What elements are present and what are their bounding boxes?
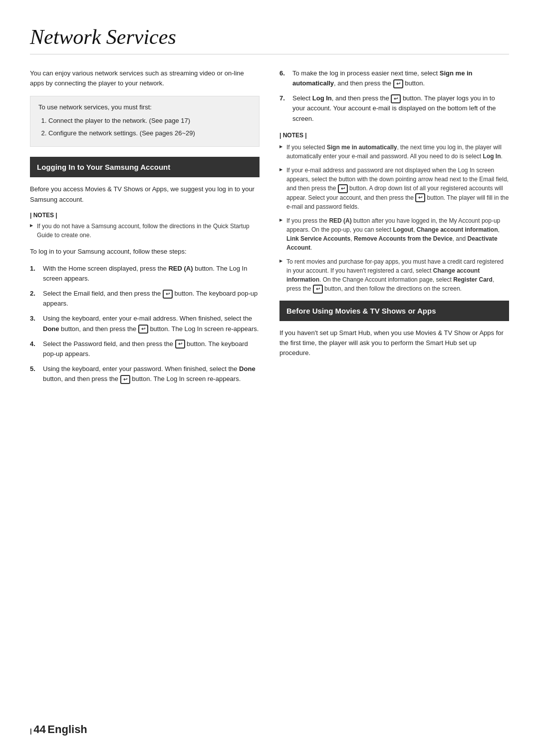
gray-box-heading: To use network services, you must first: [38,102,251,113]
prerequisite-list: Connect the player to the network. (See … [48,116,251,139]
list-item: Configure the network settings. (See pag… [48,128,251,139]
section1-header: Logging In to Your Samsung Account [30,157,260,177]
prerequisite-box: To use network services, you must first:… [30,96,260,147]
notes-label: | NOTES | [279,131,509,140]
notes-label: | NOTES | [30,212,260,219]
notes-list: If you selected Sign me in automatically… [279,143,509,294]
step-number: 4. [30,339,39,359]
notes-block-right: | NOTES | If you selected Sign me in aut… [279,131,509,294]
two-column-layout: You can enjoy various network services s… [30,68,509,391]
right-column: 6. To make the log in process easier nex… [279,68,509,391]
step-number: 7. [279,93,288,123]
notes-list: If you do not have a Samsung account, fo… [30,222,260,240]
step-text: With the Home screen displayed, press th… [43,264,260,284]
enter-button-icon [138,325,148,334]
login-steps-continued: 6. To make the log in process easier nex… [279,68,509,124]
notes-block-left: | NOTES | If you do not have a Samsung a… [30,212,260,240]
page: Network Services You can enjoy various n… [0,0,539,756]
step-number: 3. [30,314,39,334]
note-item: To rent movies and purchase for-pay apps… [279,257,509,294]
enter-button-icon [120,375,130,384]
note-item: If you press the RED (A) button after yo… [279,216,509,252]
steps-intro: To log in to your Samsung account, follo… [30,247,260,257]
language-label: English [47,723,87,736]
step-text: Select the Email field, and then press t… [43,289,260,309]
page-footer: | 44 English [30,723,87,736]
step-item: 5. Using the keyboard, enter your passwo… [30,364,260,384]
step-text: Select the Password field, and then pres… [43,339,260,359]
step-number: 1. [30,264,39,284]
left-column: You can enjoy various network services s… [30,68,260,391]
step-text: Select Log In, and then press the button… [292,93,509,123]
step-item: 1. With the Home screen displayed, press… [30,264,260,284]
note-item: If you do not have a Samsung account, fo… [30,222,260,240]
step-text: To make the log in process easier next t… [292,68,509,88]
step-number: 5. [30,364,39,384]
step-item: 3. Using the keyboard, enter your e-mail… [30,314,260,334]
list-item: Connect the player to the network. (See … [48,116,251,126]
enter-button-icon [415,193,425,202]
enter-button-icon [391,94,401,103]
step-item: 2. Select the Email field, and then pres… [30,289,260,309]
enter-button-icon [163,290,173,299]
step-text: Using the keyboard, enter your password.… [43,364,260,384]
step-text: Using the keyboard, enter your e-mail ad… [43,314,260,334]
enter-button-icon [338,184,348,193]
step-item: 4. Select the Password field, and then p… [30,339,260,359]
note-item: If you selected Sign me in automatically… [279,143,509,161]
intro-text: You can enjoy various network services s… [30,68,260,88]
enter-button-icon [393,79,403,88]
section1-intro: Before you access Movies & TV Shows or A… [30,184,260,204]
section2-text: If you haven't set up Smart Hub, when yo… [279,328,509,358]
note-item: If your e-mail address and password are … [279,166,509,212]
step-item: 7. Select Log In, and then press the but… [279,93,509,123]
enter-button-icon [175,340,185,349]
page-number: 44 [33,723,45,736]
enter-button-icon [313,285,323,294]
step-item: 6. To make the log in process easier nex… [279,68,509,88]
step-number: 2. [30,289,39,309]
login-steps: 1. With the Home screen displayed, press… [30,264,260,384]
page-title: Network Services [30,25,509,54]
section2-header: Before Using Movies & TV Shows or Apps [279,301,509,321]
step-number: 6. [279,68,288,88]
